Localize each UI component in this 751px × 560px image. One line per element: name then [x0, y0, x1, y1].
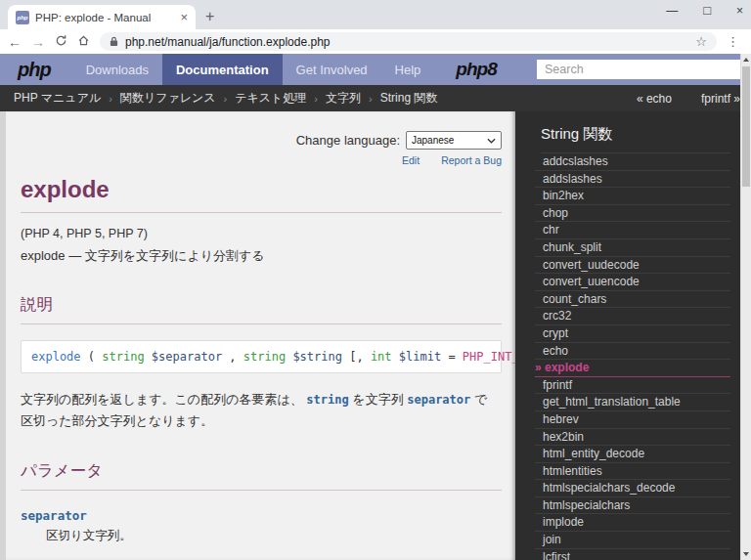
php-logo[interactable]: php — [18, 59, 51, 81]
sidebar-item-count_chars[interactable]: count_chars — [535, 291, 730, 309]
prev-next-links: « echo fprintf » — [637, 92, 740, 106]
address-bar: ← → php.net/manual/ja/function.explode.p… — [0, 29, 751, 54]
parameter-description: 区切り文字列。 — [46, 528, 502, 544]
page-title: explode — [21, 176, 502, 213]
breadcrumb-separator: › — [369, 93, 373, 105]
sidebar-item-hebrev[interactable]: hebrev — [535, 411, 730, 429]
sidebar-item-fprintf[interactable]: fprintf — [535, 377, 730, 395]
function-summary: explode — 文字列を文字列により分割する — [21, 247, 502, 265]
php-site-header: php DownloadsDocumentationGet InvolvedHe… — [0, 54, 751, 85]
breadcrumb-item[interactable]: String 関数 — [380, 90, 438, 107]
browser-menu-icon[interactable]: ⋮ — [727, 34, 743, 49]
scrollbar-down-icon[interactable] — [743, 552, 749, 556]
parameter-name: separator — [21, 508, 502, 523]
back-icon[interactable]: ← — [8, 35, 22, 49]
maximize-button[interactable]: □ — [703, 2, 711, 20]
sidebar-heading: String 関数 — [541, 125, 730, 153]
code-token-p: ( — [81, 350, 103, 364]
window-controls: — □ × — [666, 2, 743, 20]
sidebar-item-htmlspecialchars[interactable]: htmlspecialchars — [535, 497, 730, 515]
summary-dash: — — [66, 248, 85, 263]
breadcrumb-item[interactable]: 関数リファレンス — [120, 90, 216, 107]
close-button[interactable]: × — [736, 2, 743, 20]
code-token-var: $limit — [399, 350, 441, 364]
minimize-button[interactable]: — — [666, 2, 678, 20]
php8-logo[interactable]: php8 — [456, 59, 496, 80]
sidebar-item-lcfirst[interactable]: lcfirst — [535, 549, 730, 560]
sidebar-item-htmlspecialchars_decode[interactable]: htmlspecialchars_decode — [535, 480, 730, 497]
new-tab-button[interactable]: + — [205, 8, 214, 25]
page-scrollbar[interactable] — [740, 54, 751, 560]
sidebar-item-htmlentities[interactable]: htmlentities — [535, 463, 730, 481]
function-signature: explode ( string $separator , string $st… — [21, 340, 502, 373]
nav-downloads[interactable]: Downloads — [72, 54, 162, 85]
description-paragraph: 文字列の配列を返します。この配列の各要素は、 string を文字列 separ… — [21, 389, 494, 431]
code-token-var: $separator — [152, 350, 222, 364]
sidebar-item-chunk_split[interactable]: chunk_split — [535, 239, 730, 257]
sidebar-item-echo[interactable]: echo — [535, 343, 730, 361]
summary-text: 文字列を文字列により分割する — [85, 248, 265, 263]
sidebar-item-addcslashes[interactable]: addcslashes — [535, 153, 730, 171]
nav-help[interactable]: Help — [381, 54, 435, 85]
report-bug-link[interactable]: Report a Bug — [441, 154, 502, 166]
scrollbar-up-icon[interactable] — [743, 58, 749, 62]
sidebar-item-crypt[interactable]: crypt — [535, 325, 730, 343]
sidebar-item-bin2hex[interactable]: bin2hex — [535, 188, 730, 205]
code-token-type: int — [371, 350, 392, 364]
edit-link[interactable]: Edit — [402, 154, 420, 166]
description-text: を文字列 — [349, 392, 408, 407]
nav-documentation[interactable]: Documentation — [162, 54, 283, 85]
sidebar-item-hex2bin[interactable]: hex2bin — [535, 429, 730, 447]
forward-icon[interactable]: → — [31, 35, 45, 49]
function-name: explode — [21, 248, 66, 263]
breadcrumb-item[interactable]: 文字列 — [326, 90, 361, 107]
breadcrumb-item[interactable]: PHP マニュアル — [14, 90, 101, 107]
sidebar-item-html_entity_decode[interactable]: html_entity_decode — [535, 446, 730, 463]
parameter-reference: string — [306, 393, 348, 407]
sidebar-item-addslashes[interactable]: addslashes — [535, 171, 730, 189]
sidebar-item-chr[interactable]: chr — [535, 222, 730, 239]
sidebar-item-join[interactable]: join — [535, 532, 730, 549]
home-icon[interactable] — [77, 34, 90, 49]
breadcrumb-item[interactable]: テキスト処理 — [235, 90, 306, 107]
breadcrumb-bar: PHP マニュアル›関数リファレンス›テキスト処理›文字列›String 関数 … — [0, 85, 751, 111]
tab-close-icon[interactable]: × — [180, 10, 188, 24]
code-token-type: string — [243, 350, 286, 364]
sidebar-item-chop[interactable]: chop — [535, 205, 730, 223]
language-select[interactable]: Japanese — [406, 131, 502, 150]
sidebar-item-explode[interactable]: » explode — [535, 360, 730, 377]
chevron-down-icon — [487, 135, 496, 146]
code-token-const: PHP_INT_MAX — [463, 350, 515, 364]
code-token-var: $string — [292, 350, 342, 364]
search-input[interactable] — [537, 60, 740, 79]
scrollbar-thumb[interactable] — [742, 66, 750, 187]
sidebar-item-crc32[interactable]: crc32 — [535, 308, 730, 325]
description-text: 文字列の配列を返します。この配列の各要素は、 — [21, 392, 306, 407]
next-function-link[interactable]: fprintf » — [701, 92, 740, 106]
php-versions: (PHP 4, PHP 5, PHP 7) — [21, 227, 502, 240]
sidebar-item-get_html_translation_table[interactable]: get_html_translation_table — [535, 394, 730, 411]
code-token-p — [145, 350, 152, 364]
parameters-section-heading: パラメータ — [21, 460, 502, 491]
url-box[interactable]: php.net/manual/ja/function.explode.php ☆ — [100, 32, 717, 51]
code-token-p — [392, 350, 399, 364]
breadcrumb-separator: › — [314, 93, 318, 105]
language-select-value: Japanese — [412, 135, 454, 146]
parameter-list: separator区切り文字列。string入力文字列。 — [21, 508, 502, 560]
prev-function-link[interactable]: « echo — [637, 92, 672, 106]
reload-icon[interactable] — [55, 34, 67, 49]
bookmark-star-icon[interactable]: ☆ — [695, 34, 707, 49]
browser-tab[interactable]: php PHP: explode - Manual × — [8, 5, 196, 29]
sidebar-item-implode[interactable]: implode — [535, 514, 730, 532]
sidebar-item-convert_uudecode[interactable]: convert_uudecode — [535, 257, 730, 275]
nav-get-involved[interactable]: Get Involved — [283, 54, 381, 85]
url-text[interactable]: php.net/manual/ja/function.explode.php — [125, 35, 688, 49]
page-action-links: Edit Report a Bug — [16, 154, 502, 166]
code-token-fn: explode — [31, 350, 81, 364]
manual-content: Change language: Japanese Edit Report a … — [6, 111, 515, 560]
breadcrumb-separator: › — [109, 93, 112, 105]
browser-window: php PHP: explode - Manual × + — □ × ← → … — [0, 0, 751, 560]
description-section-heading: 説明 — [21, 294, 502, 324]
sidebar-item-convert_uuencode[interactable]: convert_uuencode — [535, 274, 730, 291]
code-token-p: = — [441, 350, 463, 364]
